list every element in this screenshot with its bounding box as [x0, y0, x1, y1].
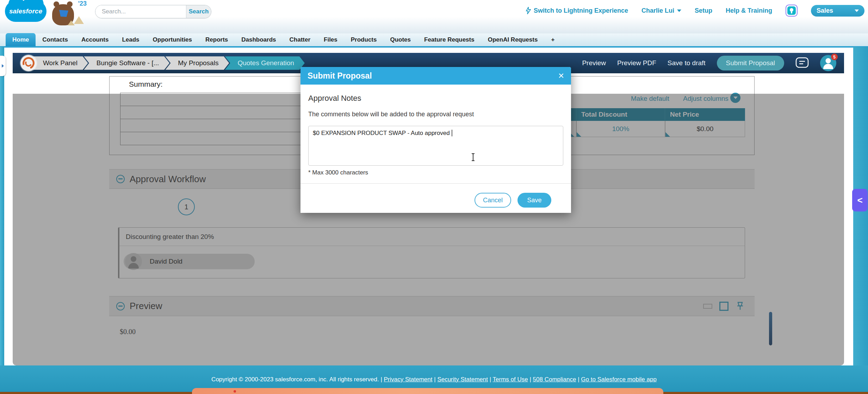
tab-reports[interactable]: Reports — [199, 33, 235, 46]
breadcrumb-work-panel[interactable]: Work Panel — [33, 56, 88, 70]
salesforce-logo-text: salesforce — [9, 7, 42, 15]
chevron-right-icon — [2, 64, 4, 68]
tab-quotes[interactable]: Quotes — [383, 33, 417, 46]
modal-footer: Cancel Save — [308, 184, 563, 208]
tab-openai-requests[interactable]: OpenAI Requests — [481, 33, 545, 46]
chevron-down-icon — [677, 10, 681, 12]
modal-body: Approval Notes The comments below will b… — [300, 94, 571, 208]
footer-separator: | — [529, 376, 531, 383]
sandcastle-shape — [74, 16, 84, 24]
salesforce-logo: salesforce — [5, 1, 46, 22]
mobile-app-link[interactable]: Go to Salesforce mobile app — [581, 376, 657, 383]
global-search: Search — [95, 5, 211, 18]
user-avatar[interactable]: 5 — [820, 55, 836, 71]
right-gutter — [844, 53, 853, 365]
footer-separator: | — [434, 376, 435, 383]
max-characters-hint: * Max 3000 characters — [308, 169, 563, 176]
help-training-link[interactable]: Help & Training — [726, 7, 772, 14]
avatar-shoulders — [823, 64, 833, 69]
chevron-down-icon — [855, 10, 859, 12]
terms-of-use-link[interactable]: Terms of Use — [493, 376, 528, 383]
approval-notes-value: $0 EXPANSION PRODUCT SWAP - Auto approve… — [313, 130, 450, 136]
tab-feature-requests[interactable]: Feature Requests — [417, 33, 481, 46]
switch-to-lightning-link[interactable]: Switch to Lightning Experience — [526, 7, 628, 14]
summary-label: Summary: — [129, 80, 163, 88]
pin-glyph — [787, 6, 796, 15]
search-button[interactable]: Search — [186, 5, 211, 18]
tab-products[interactable]: Products — [344, 33, 384, 46]
tab-leads[interactable]: Leads — [115, 33, 146, 46]
preview-pdf-link[interactable]: Preview PDF — [617, 59, 656, 67]
mascot-year-label: '23 — [78, 0, 87, 7]
dock-indicator-dot — [234, 390, 236, 393]
footer-separator: | — [490, 376, 491, 383]
modal-title: Submit Proposal — [308, 71, 372, 81]
ibeam-cursor — [471, 153, 475, 161]
cancel-button[interactable]: Cancel — [475, 193, 511, 208]
tab-home[interactable]: Home — [6, 33, 36, 46]
breadcrumb-quotes-generation[interactable]: Quotes Generation — [225, 56, 305, 70]
save-to-draft-link[interactable]: Save to draft — [668, 59, 706, 67]
sidebar-expander[interactable] — [0, 56, 6, 76]
approval-notes-heading: Approval Notes — [308, 94, 563, 103]
app-menu-dropdown[interactable]: Sales — [811, 5, 864, 17]
tab-contacts[interactable]: Contacts — [36, 33, 75, 46]
tab-opportunities[interactable]: Opportunities — [146, 33, 199, 46]
tab-chatter[interactable]: Chatter — [283, 33, 317, 46]
breadcrumb: Work Panel Bungie Software - [... My Pro… — [33, 56, 300, 70]
browser-extension-icon[interactable] — [786, 5, 798, 17]
dock-peek — [192, 388, 663, 394]
submit-proposal-button[interactable]: Submit Proposal — [717, 56, 784, 70]
extension-collapse-button[interactable]: < — [852, 189, 868, 211]
close-icon[interactable]: × — [558, 71, 564, 81]
tab-dashboards[interactable]: Dashboards — [235, 33, 283, 46]
compliance-link[interactable]: 508 Compliance — [533, 376, 576, 383]
approval-notes-description: The comments below will be added to the … — [308, 111, 563, 118]
sandcastle-shape — [68, 20, 75, 25]
text-caret — [452, 130, 452, 136]
privacy-statement-link[interactable]: Privacy Statement — [384, 376, 433, 383]
top-header: salesforce '23 Search Switch to Lightnin… — [0, 0, 868, 33]
submit-proposal-modal: Submit Proposal × Approval Notes The com… — [300, 67, 571, 213]
mascot-image: '23 — [49, 0, 87, 26]
footer-separator: | — [578, 376, 579, 383]
user-menu[interactable]: Charlie Lui — [641, 7, 681, 14]
footer-separator: | — [380, 376, 382, 383]
footer-text: Copyright © 2000-2023 salesforce.com, in… — [0, 376, 868, 383]
notification-badge: 5 — [831, 54, 838, 60]
lightning-icon — [526, 7, 531, 14]
search-input[interactable] — [95, 5, 186, 18]
avatar-head — [826, 58, 831, 63]
copyright-text: Copyright © 2000-2023 salesforce.com, in… — [211, 376, 379, 383]
modal-header: Submit Proposal × — [300, 67, 571, 85]
breadcrumb-my-proposals[interactable]: My Proposals — [165, 56, 229, 70]
tab-accounts[interactable]: Accounts — [75, 33, 115, 46]
chat-icon[interactable] — [795, 57, 809, 69]
preview-link[interactable]: Preview — [582, 59, 606, 67]
setup-link[interactable]: Setup — [695, 7, 712, 14]
tab-bar: Home Contacts Accounts Leads Opportuniti… — [0, 33, 868, 48]
security-statement-link[interactable]: Security Statement — [437, 376, 488, 383]
tab-add[interactable]: + — [544, 33, 561, 46]
cloudsense-logo-icon — [20, 55, 37, 71]
breadcrumb-account[interactable]: Bungie Software - [... — [84, 56, 169, 70]
approval-notes-textarea[interactable]: $0 EXPANSION PRODUCT SWAP - Auto approve… — [308, 126, 563, 166]
tab-files[interactable]: Files — [317, 33, 344, 46]
left-edge-strip — [0, 47, 4, 394]
save-button[interactable]: Save — [517, 193, 551, 208]
